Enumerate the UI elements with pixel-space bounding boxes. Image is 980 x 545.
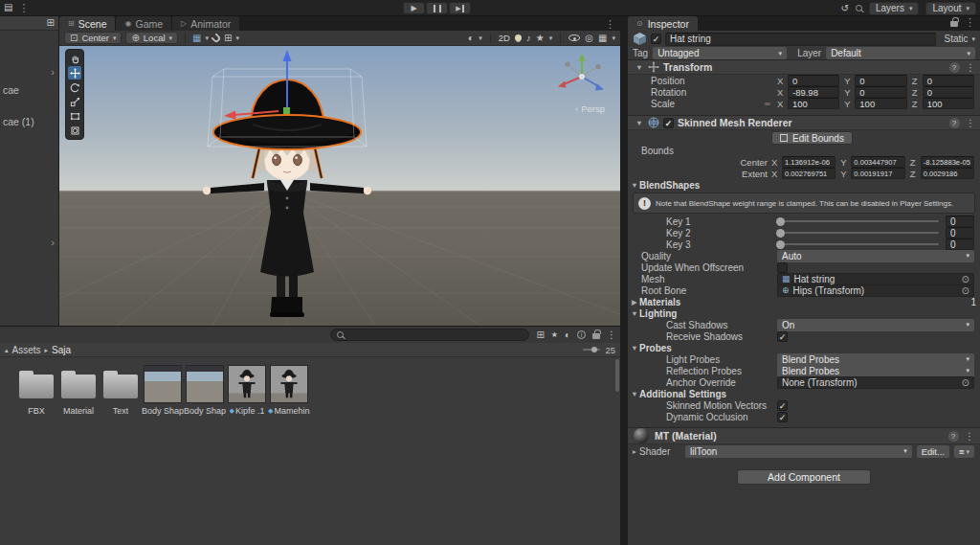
tab-scene[interactable]: ⊞ Scene: [59, 16, 116, 31]
grid-view-icon[interactable]: ⊞: [536, 330, 544, 340]
materials-count[interactable]: 1: [970, 297, 980, 307]
grid-visibility-icon[interactable]: ▦: [192, 34, 201, 43]
play-button[interactable]: ▶: [403, 2, 425, 14]
position-x-field[interactable]: 0: [788, 75, 839, 86]
materials-foldout[interactable]: ▶Materials1: [628, 296, 980, 307]
extent-y-field[interactable]: 0.00191917: [851, 168, 904, 179]
help-icon[interactable]: ?: [948, 431, 959, 442]
key3-slider[interactable]: [777, 243, 939, 245]
snap-increment-icon[interactable]: ⊞: [224, 34, 232, 43]
scale-link-icon[interactable]: ∞: [765, 100, 770, 108]
character-model[interactable]: [144, 48, 431, 324]
rotation-y-field[interactable]: 0: [855, 86, 906, 98]
dynamic-occlusion-checkbox[interactable]: ✓: [777, 412, 788, 422]
move-tool[interactable]: [68, 66, 81, 79]
transform-component-header[interactable]: ▼ Transform ?⋮: [628, 59, 980, 75]
foldout-icon[interactable]: ▸: [630, 447, 639, 456]
pivot-mode-dropdown[interactable]: ⊡ Center ▾: [64, 32, 122, 44]
scale-y-field[interactable]: 100: [855, 98, 906, 109]
more-icon[interactable]: ⋮: [18, 2, 29, 14]
step-button[interactable]: ▶: [449, 2, 471, 14]
position-z-field[interactable]: 0: [923, 75, 974, 86]
lighting-toggle-icon[interactable]: [515, 34, 522, 41]
2d-toggle[interactable]: 2D: [499, 33, 510, 43]
tab-game[interactable]: ◉ Game: [116, 16, 172, 31]
search-input[interactable]: [330, 329, 529, 341]
tab-menu-icon[interactable]: ⋮: [600, 18, 620, 31]
center-y-field[interactable]: 0.003447907: [851, 156, 904, 168]
menu-icon[interactable]: ⋮: [966, 117, 976, 128]
scene-visibility-icon[interactable]: [568, 34, 580, 41]
asset-item[interactable]: Text: [100, 365, 142, 416]
scene-viewport[interactable]: ‹ Persp: [59, 46, 620, 326]
position-y-field[interactable]: 0: [855, 75, 906, 86]
slider-handle[interactable]: [776, 240, 785, 249]
blendshapes-foldout[interactable]: ▼BlendShapes: [628, 179, 980, 191]
key3-value-field[interactable]: 0: [946, 238, 974, 250]
favorites-icon[interactable]: ★: [551, 331, 558, 339]
rotation-z-field[interactable]: 0: [923, 86, 974, 98]
hierarchy-item[interactable]: cae: [0, 82, 58, 98]
additional-settings-foldout[interactable]: ▼Additional Settings: [628, 388, 980, 399]
asset-item[interactable]: Body Shap...: [142, 365, 184, 416]
slider-handle[interactable]: [776, 217, 785, 226]
menu-icon[interactable]: ⋮: [966, 61, 976, 73]
layer-dropdown[interactable]: Default▾: [826, 47, 975, 59]
root-bone-object-field[interactable]: ⊕Hips (Transform)⊙: [777, 284, 974, 297]
shader-edit-button[interactable]: Edit...: [917, 445, 949, 458]
breadcrumb-folder[interactable]: Saja: [52, 345, 71, 355]
asset-item[interactable]: FBX: [15, 365, 57, 416]
extent-x-field[interactable]: 0.002769751: [782, 168, 835, 179]
component-enabled-checkbox[interactable]: ✓: [663, 118, 674, 128]
key2-slider[interactable]: [777, 232, 939, 234]
key1-slider[interactable]: [777, 220, 939, 222]
asset-item[interactable]: Material: [57, 365, 100, 416]
gameobject-name-field[interactable]: Hat string: [665, 33, 936, 46]
motion-vectors-checkbox[interactable]: ✓: [777, 400, 788, 411]
scale-x-field[interactable]: 100: [788, 98, 839, 109]
tab-animator[interactable]: ▷ Animator: [172, 16, 240, 31]
pause-button[interactable]: [426, 2, 448, 14]
audio-toggle-icon[interactable]: ♪: [526, 34, 531, 43]
active-checkbox[interactable]: ✓: [651, 34, 661, 44]
update-offscreen-checkbox[interactable]: [777, 262, 788, 273]
menu-icon[interactable]: ⋮: [965, 430, 975, 442]
breadcrumb-assets[interactable]: Assets: [12, 345, 41, 355]
foldout-icon[interactable]: ▼: [635, 63, 644, 72]
layers-dropdown[interactable]: Layers ▾: [869, 2, 920, 15]
center-x-field[interactable]: 1.136912e-06: [782, 156, 835, 168]
asset-item[interactable]: ◆Mamehina...: [268, 365, 310, 416]
foldout-chevron-icon[interactable]: ›: [51, 67, 55, 78]
handle-orientation-dropdown[interactable]: ⊕ Local ▾: [125, 32, 178, 44]
hand-tool[interactable]: [68, 52, 81, 65]
extent-z-field[interactable]: 0.0029186: [921, 168, 974, 179]
skinned-mesh-renderer-header[interactable]: ▼ ✓ Skinned Mesh Renderer ?⋮: [628, 115, 980, 130]
foldout-chevron-icon[interactable]: ›: [51, 238, 55, 248]
projection-mode[interactable]: ‹ Persp: [575, 103, 605, 114]
preview-icon[interactable]: ◐: [565, 330, 570, 340]
edit-bounds-button[interactable]: Edit Bounds: [771, 131, 853, 145]
help-icon[interactable]: ?: [949, 62, 960, 73]
scrollbar-thumb[interactable]: [615, 359, 619, 392]
info-icon[interactable]: i: [577, 330, 586, 339]
lock-icon[interactable]: [950, 21, 958, 27]
asset-item[interactable]: Body Shap...: [184, 365, 226, 416]
rotate-tool[interactable]: [68, 80, 81, 94]
material-header[interactable]: MT (Material) ?⋮: [628, 427, 980, 444]
scale-z-field[interactable]: 100: [923, 98, 974, 109]
camera-settings-icon[interactable]: ◎: [585, 34, 593, 43]
shader-menu-button[interactable]: ≡▾: [954, 445, 974, 458]
scale-tool[interactable]: [68, 95, 81, 108]
menu-icon[interactable]: ⋮: [607, 330, 616, 340]
object-picker-icon[interactable]: ⊙: [962, 285, 969, 296]
menu-icon[interactable]: ⋮: [965, 16, 975, 29]
key1-value-field[interactable]: 0: [946, 216, 974, 227]
snap-magnet-icon[interactable]: [211, 33, 221, 43]
object-picker-icon[interactable]: ⊙: [962, 377, 969, 388]
gizmos-icon[interactable]: ▦: [598, 34, 607, 43]
collapse-icon[interactable]: ▴: [5, 347, 9, 353]
transform-tool[interactable]: [68, 124, 81, 137]
add-component-button[interactable]: Add Component: [737, 469, 871, 485]
effects-toggle-icon[interactable]: ★: [536, 34, 545, 43]
tab-inspector[interactable]: ⊙ Inspector: [628, 16, 698, 31]
